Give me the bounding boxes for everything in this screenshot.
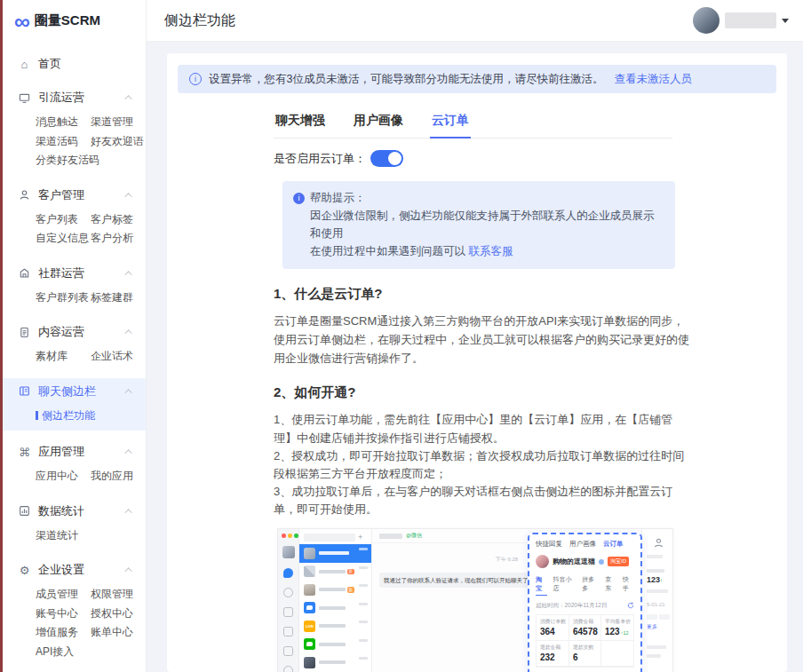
sidebar-item-home[interactable]: ⌂首页	[3, 51, 146, 77]
wechat-contact-badge: @微信	[406, 532, 422, 540]
skeleton-label	[647, 569, 664, 573]
mock-rail-avatar	[282, 546, 295, 558]
taobao-id-badge: 淘宝ID	[608, 557, 629, 566]
chat-avatar-qq-bubble	[304, 602, 315, 613]
sidebar-item-好友欢迎语[interactable]: 好友欢迎语	[91, 132, 146, 152]
section-1-body: 云订单是圈量SCRM通过接入第三方购物平台的开放API来实现订单数据的同步，使用…	[274, 312, 695, 368]
step-line: 3、成功拉取订单后，在与客户的聊天对话框右侧点击侧边栏的图标并配置云订单，即可开…	[274, 483, 695, 518]
sidebar-item-企业话术[interactable]: 企业话术	[91, 347, 146, 367]
platform-tabs: 淘宝抖音小店拼多多京东快手	[536, 575, 634, 596]
sidebar-item-客户群列表[interactable]: 客户群列表	[36, 289, 91, 308]
mock-chat-row	[299, 599, 371, 618]
sidebar-item-增值服务[interactable]: 增值服务	[36, 623, 91, 643]
sidebar-item-账号中心[interactable]: 账号中心	[36, 605, 91, 624]
sidebar-item-渠道统计[interactable]: 渠道统计	[36, 526, 91, 546]
consumption-stats: 消费订单数364消费金额64578平均客单价123↑12退款金额232退款次数6	[536, 614, 634, 668]
mac-traffic-lights	[278, 529, 298, 538]
sidebar-item-我的应用[interactable]: 我的应用	[91, 467, 146, 486]
sidebar-group-header[interactable]: ⌘应用管理	[3, 439, 146, 465]
user-avatar	[693, 7, 720, 34]
sidebar-item-权限管理[interactable]: 权限管理	[91, 585, 146, 605]
sidebar-sub-items: 素材库企业话术	[3, 345, 146, 370]
sidebar-item-标签建群[interactable]: 标签建群	[91, 289, 146, 308]
panel-tab-用户画像: 用户画像	[569, 540, 596, 549]
contact-support-link[interactable]: 联系客服	[468, 245, 513, 257]
sidebar-group-header[interactable]: 数据统计	[3, 498, 146, 525]
monitor-icon	[18, 92, 31, 104]
up-arrow-icon: ↑	[660, 578, 663, 583]
chat-avatar-live: LIVE	[304, 621, 315, 632]
traffic-light	[282, 534, 286, 538]
help-line-2: 在使用过程中如果遇到问题可以 联系客服	[293, 242, 664, 260]
sidebar-item-消息触达[interactable]: 消息触达	[36, 113, 91, 132]
panel-tab-云订单: 云订单	[603, 540, 624, 549]
chat-row-text-skeleton	[319, 606, 355, 610]
sidebar-sub-items: 客户列表客户标签自定义信息客户分析	[3, 209, 146, 252]
sidebar-item-API接入[interactable]: API接入	[36, 643, 91, 662]
mock-chat-row	[299, 636, 371, 654]
panel-profile: 购物的逗逗猫 淘宝ID	[536, 555, 634, 568]
sidebar-group-label: 社群运营	[38, 265, 84, 281]
sidebar-item-侧边栏功能[interactable]: 侧边栏功能	[36, 407, 91, 426]
help-info-icon: i	[293, 193, 305, 204]
stat-delta: ↑12	[621, 630, 629, 636]
sidebar-group-header[interactable]: 内容运营	[3, 319, 146, 345]
skeleton-bar	[319, 660, 346, 664]
chevron-up-icon	[124, 271, 131, 278]
sidebar-group: 数据统计渠道统计	[3, 498, 146, 549]
cloud-order-toggle[interactable]	[370, 150, 403, 167]
stat-cell: 消费金额64578	[569, 615, 601, 641]
sidebar-item-应用中心[interactable]: 应用中心	[36, 467, 91, 486]
skeleton-bar	[319, 588, 346, 591]
main-area: i 设置异常，您有3位成员未激活，可能导致部分功能无法使用，请尽快前往激活。 查…	[147, 42, 803, 672]
traffic-light	[288, 534, 292, 538]
sidebar-group-header[interactable]: 聊天侧边栏	[3, 378, 146, 405]
chat-row-time-skeleton	[359, 584, 368, 587]
cloud-order-panel-highlight: 快捷回复用户画像云订单 购物的逗逗猫 淘宝ID 淘宝抖音小店拼多多京东快手 起始…	[528, 533, 642, 672]
sidebar-group-header[interactable]: 客户管理	[3, 182, 146, 209]
app-logo[interactable]: ∞ 圈量SCRM	[3, 0, 146, 42]
sidebar-item-客户标签[interactable]: 客户标签	[91, 210, 146, 230]
sidebar-sub-items: 成员管理权限管理账号中心授权中心增值服务账单中心API接入	[3, 583, 146, 665]
sidebar-item-渠道活码[interactable]: 渠道活码	[36, 132, 91, 152]
chat-row-time-skeleton	[359, 548, 368, 550]
platform-tab-抖音小店: 抖音小店	[553, 575, 576, 596]
sidebar-item-渠道管理[interactable]: 渠道管理	[91, 113, 146, 132]
tab-用户画像[interactable]: 用户画像	[352, 107, 405, 138]
chat-row-time-skeleton	[359, 657, 368, 660]
mock-right-sidebar-clipped: 123↑ 5-01-21 更多	[641, 529, 672, 672]
tab-聊天增强[interactable]: 聊天增强	[274, 107, 327, 138]
chat-avatar-collage	[304, 565, 315, 577]
chevron-up-icon	[124, 329, 131, 336]
sidebar-item-成员管理[interactable]: 成员管理	[36, 585, 91, 605]
sidebar-item-素材库[interactable]: 素材库	[36, 347, 91, 367]
sidebar-item-账单中心[interactable]: 账单中心	[91, 623, 146, 643]
sidebar-group-header[interactable]: 引流运营	[3, 84, 146, 111]
sidebar-item-分类好友活码[interactable]: 分类好友活码	[36, 151, 91, 170]
sidebar-item-客户分析[interactable]: 客户分析	[91, 229, 146, 249]
sidebar-icon	[18, 385, 31, 397]
section-2-title: 2、如何开通?	[274, 384, 695, 401]
tab-云订单[interactable]: 云订单	[430, 107, 471, 138]
chat-bubble-icon	[283, 568, 293, 578]
sidebar-item-授权中心[interactable]: 授权中心	[91, 605, 146, 624]
platform-tab-拼多多: 拼多多	[582, 575, 600, 596]
sidebar-group: 客户管理客户列表客户标签自定义信息客户分析	[3, 182, 146, 252]
gender-icon	[599, 559, 604, 565]
chevron-up-icon	[124, 193, 131, 200]
alert-text: 设置异常，您有3位成员未激活，可能导致部分功能无法使用，请尽快前往激活。	[209, 72, 603, 87]
sidebar-group-header[interactable]: 社群运营	[3, 260, 146, 287]
view-inactive-members-link[interactable]: 查看未激活人员	[614, 72, 692, 87]
sidebar-item-自定义信息[interactable]: 自定义信息	[36, 229, 91, 249]
contacts-icon	[283, 588, 293, 597]
plus-icon: +	[358, 534, 362, 542]
chat-avatar-photo	[304, 548, 315, 559]
sidebar-item-客户列表[interactable]: 客户列表	[36, 210, 91, 230]
user-menu[interactable]	[693, 7, 789, 34]
stat-label: 平均客单价	[605, 618, 631, 626]
sidebar-group-header[interactable]: ⚙企业设置	[3, 557, 146, 583]
stat-cell: 消费订单数364	[537, 615, 569, 641]
search-input-skeleton	[304, 534, 355, 542]
chevron-up-icon	[124, 509, 131, 516]
user-name-redacted	[725, 12, 776, 28]
